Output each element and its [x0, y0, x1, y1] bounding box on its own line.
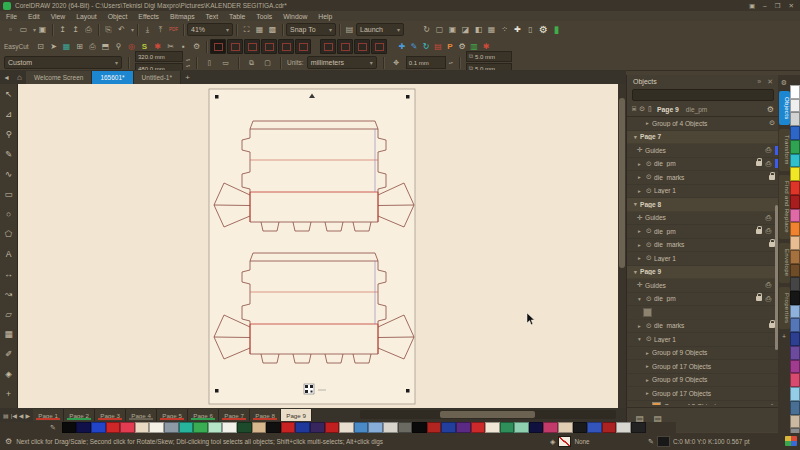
eye-icon[interactable]: ⊙ — [769, 119, 775, 127]
printer-icon[interactable]: ⎙ — [765, 295, 771, 303]
grid-teal-icon[interactable]: ▦ — [60, 40, 73, 53]
duplicate-x-field[interactable]: ⧉5.0 mm — [466, 51, 512, 62]
menu-view[interactable]: View — [51, 13, 66, 20]
selection-frame-icon[interactable]: ⊡ — [34, 40, 47, 53]
printer-icon[interactable]: ⎙ — [765, 227, 771, 235]
home-icon[interactable]: ⌂ — [13, 71, 26, 84]
add-blue-icon[interactable]: ✚ — [396, 41, 408, 53]
palette-eyedropper-icon[interactable]: ✎ — [50, 424, 56, 432]
expand-arrow-icon[interactable]: ▸ — [635, 228, 644, 234]
tree-row-group[interactable]: ▸ Group of 17 Objects — [627, 360, 779, 374]
tree-row-group[interactable]: ▸ Group of 9 Objects — [627, 374, 779, 388]
trash-icon[interactable]: ▯ — [524, 23, 537, 36]
open-icon[interactable]: ▭ — [17, 23, 30, 36]
all-pages-button[interactable]: ⧉ — [245, 56, 258, 69]
pick-tool[interactable]: ↖ — [2, 87, 15, 100]
menu-window[interactable]: Window — [283, 13, 307, 20]
docker-tab-transform[interactable]: Transform — [779, 129, 790, 171]
canvas-vscrollbar-thumb[interactable] — [619, 98, 625, 268]
page-tab-6[interactable]: Page 6 — [188, 409, 219, 421]
new-tab-button[interactable]: + — [181, 71, 194, 84]
expand-arrow-icon[interactable]: ▸ — [643, 350, 652, 356]
shadow-tool[interactable]: ▱ — [2, 307, 15, 320]
color-swatch[interactable] — [295, 422, 310, 433]
color-swatch[interactable] — [325, 422, 340, 433]
menu-help[interactable]: Help — [318, 13, 332, 20]
color-swatch[interactable] — [790, 236, 800, 250]
tree-row-group[interactable]: ▸ Group of 2 Objects ⊙ — [627, 401, 779, 406]
macro-thumbnail-button[interactable] — [278, 39, 294, 54]
color-swatch[interactable] — [790, 318, 800, 332]
macro-thumbnail-button[interactable] — [371, 39, 387, 54]
menu-file[interactable]: File — [6, 13, 17, 20]
tree-row-guides[interactable]: ✛ Guides ⎙ — [627, 212, 779, 226]
tree-row-page7[interactable]: ▾ Page 7 — [627, 131, 779, 145]
color-swatch[interactable] — [790, 140, 800, 154]
expand-arrow-icon[interactable]: ▸ — [635, 161, 644, 167]
color-swatch[interactable] — [252, 422, 267, 433]
lock-icon[interactable] — [756, 296, 762, 301]
expand-arrow-icon[interactable]: ▸ — [635, 188, 644, 194]
docker-tab-properties[interactable]: Properties — [779, 287, 790, 329]
docker-strip-gear-icon[interactable]: ⚙ — [781, 79, 787, 87]
expand-arrow-icon[interactable]: ▸ — [635, 255, 644, 261]
color-swatch[interactable] — [790, 112, 800, 126]
color-swatch[interactable] — [573, 422, 588, 433]
eye-icon[interactable]: ⊙ — [769, 403, 775, 405]
color-swatch[interactable] — [790, 181, 800, 195]
color-swatch[interactable] — [790, 277, 800, 291]
panel-icon[interactable]: ▣ — [446, 23, 459, 36]
color-swatch[interactable] — [558, 422, 573, 433]
frame-icon[interactable]: ▢ — [433, 23, 446, 36]
color-swatch[interactable] — [790, 250, 800, 264]
macro-thumbnail-button[interactable] — [244, 39, 260, 54]
page-icon[interactable]: ▯ — [648, 105, 652, 113]
color-swatch[interactable] — [790, 387, 800, 401]
tree-row-layer1-expanded[interactable]: ▾ ⊙ Layer 1 — [627, 333, 779, 347]
tree-row-selected-object[interactable] — [627, 306, 779, 320]
zoom-level-combo[interactable]: 41% ▾ — [187, 23, 233, 36]
macro-green-icon[interactable]: ▮ — [550, 23, 563, 36]
canvas-hscrollbar-thumb[interactable] — [440, 411, 535, 418]
tree-row-guides[interactable]: ✛ Guides ⎙ — [627, 279, 779, 293]
nudge-distance-field[interactable]: 0.1 mm — [406, 56, 446, 69]
menu-table[interactable]: Table — [229, 13, 245, 20]
tree-row-die-marks[interactable]: ▸ ⊙ die_marks — [627, 239, 779, 253]
objects-search-input[interactable] — [632, 89, 774, 101]
expand-arrow-icon[interactable]: ▸ — [643, 363, 652, 369]
collapse-arrow-icon[interactable]: ▾ — [631, 269, 640, 275]
color-swatch[interactable] — [193, 422, 208, 433]
canvas-hscrollbar[interactable] — [360, 410, 616, 419]
tree-row-die-marks[interactable]: ▸ ⊙ die_marks — [627, 320, 779, 334]
eye-icon[interactable]: ⊙ — [644, 187, 654, 195]
dots-grid-icon[interactable]: ⁘ — [498, 23, 511, 36]
paste-icon[interactable]: ⎘ — [102, 23, 115, 36]
save-icon[interactable]: ▣ — [36, 23, 49, 36]
color-swatch[interactable] — [500, 422, 515, 433]
undo-dropdown-icon[interactable]: ▾ — [131, 26, 134, 33]
lock-icon[interactable] — [756, 229, 762, 234]
color-swatch[interactable] — [383, 422, 398, 433]
magnifier-icon[interactable]: ⚲ — [112, 40, 125, 53]
color-swatch[interactable] — [427, 422, 442, 433]
current-page-button[interactable]: ▢ — [261, 56, 274, 69]
snap-to-dropdown[interactable]: Snap To ▾ — [286, 23, 336, 36]
tab-scroll-icon[interactable]: ◂ — [0, 71, 13, 84]
color-swatch[interactable] — [76, 422, 91, 433]
color-swatch[interactable] — [790, 85, 800, 99]
menu-edit[interactable]: Edit — [28, 13, 40, 20]
rectangle-tool[interactable]: ▭ — [2, 187, 15, 200]
color-swatch[interactable] — [266, 422, 281, 433]
page-tab-3[interactable]: Page 3 — [95, 409, 126, 421]
tree-row-page8[interactable]: ▾ Page 8 — [627, 198, 779, 212]
layer-state-icon[interactable]: ⌸ — [632, 105, 636, 113]
fill-tool-icon[interactable]: ◧ — [472, 23, 485, 36]
tree-row-die-pm[interactable]: ▸ ⊙ die_pm ⎙ — [627, 158, 779, 172]
grid-tool-icon[interactable]: ▦ — [485, 23, 498, 36]
add-docker-button[interactable]: + — [782, 333, 786, 340]
tree-row-die-marks[interactable]: ▸ ⊙ die_marks — [627, 171, 779, 185]
fullscreen-preview-icon[interactable]: ⛶ — [240, 23, 253, 36]
freehand-tool[interactable]: ✎ — [2, 147, 15, 160]
color-swatch[interactable] — [237, 422, 252, 433]
expand-arrow-icon[interactable]: ▸ — [635, 242, 644, 248]
